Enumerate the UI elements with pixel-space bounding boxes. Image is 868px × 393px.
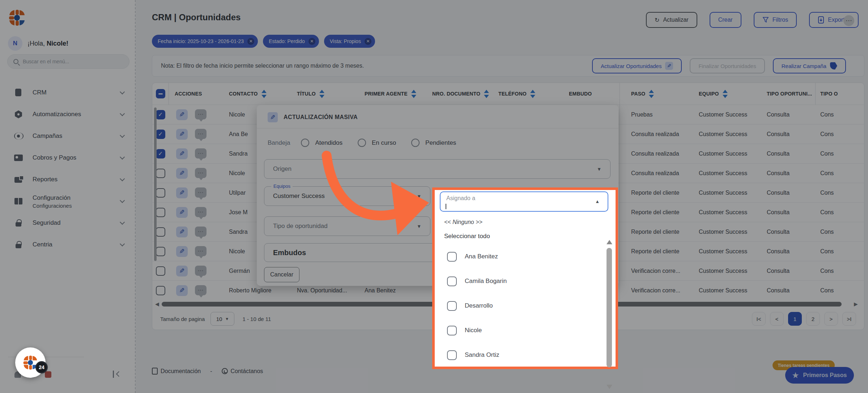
option-checkbox[interactable] (447, 252, 457, 262)
assignee-option[interactable]: Sandra Ortiz (435, 343, 601, 367)
assignee-input[interactable]: Asignado a ▲ (440, 191, 608, 212)
option-label: Nicole (465, 327, 482, 334)
assignee-option[interactable]: Desarrollo (435, 293, 601, 318)
collapse-arrow-icon[interactable]: ▲ (595, 199, 600, 204)
pending-count-badge: 24 (35, 361, 48, 373)
text-cursor (446, 204, 446, 209)
scroll-down-icon[interactable] (607, 385, 612, 389)
assignee-options-list: << Ninguno >> Seleccionar todo Ana Benit… (435, 214, 616, 367)
assignee-input-label: Asignado a (446, 195, 475, 202)
app-root: N ¡Hola, Nicole! CRM (0, 0, 868, 393)
assignee-option[interactable]: Ana Benitez (435, 244, 601, 269)
option-label: Camila Bogarin (465, 278, 507, 285)
assignee-option[interactable]: Camila Bogarin (435, 269, 601, 293)
option-checkbox[interactable] (447, 350, 457, 360)
option-label: Desarrollo (465, 302, 493, 309)
option-checkbox[interactable] (447, 276, 457, 286)
option-checkbox[interactable] (447, 326, 457, 335)
option-checkbox[interactable] (447, 301, 457, 311)
scroll-up-icon[interactable] (607, 240, 612, 244)
option-label: Sandra Ortiz (465, 351, 499, 359)
assignee-dropdown-panel: Asignado a ▲ << Ninguno >> Seleccionar t… (432, 187, 618, 369)
option-label: Ana Benitez (465, 253, 498, 260)
option-select-all[interactable]: Seleccionar todo (444, 233, 490, 240)
assignee-option[interactable]: Nicole (435, 318, 601, 343)
option-none[interactable]: << Ninguno >> (444, 219, 482, 225)
dropdown-scrollbar (606, 240, 612, 389)
dropdown-scroll-thumb[interactable] (607, 248, 612, 367)
